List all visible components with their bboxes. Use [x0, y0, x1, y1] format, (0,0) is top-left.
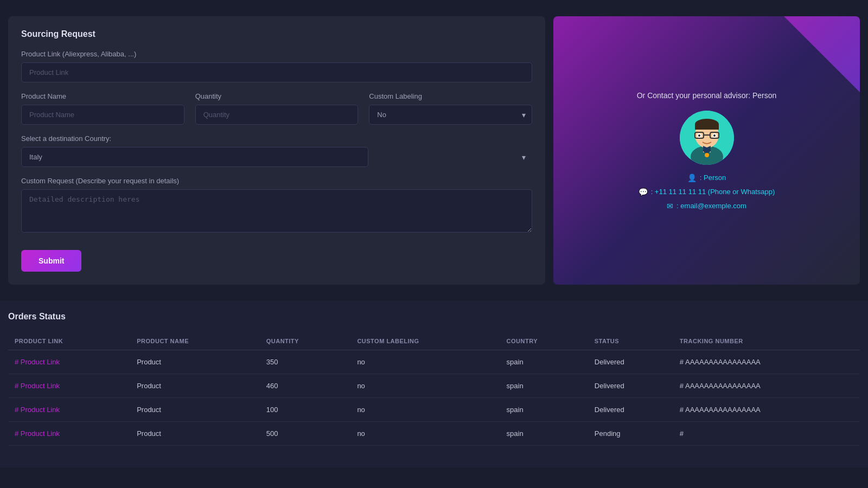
cell-tracking-2: # AAAAAAAAAAAAAAAA — [673, 398, 860, 422]
destination-country-label: Select a destination Country: — [21, 134, 532, 143]
cell-link-2: # Product Link — [8, 398, 130, 422]
destination-country-select-wrapper: Italy Spain France Germany USA — [21, 147, 532, 167]
cell-custom-labeling-3: no — [350, 422, 500, 446]
product-name-input[interactable] — [21, 105, 184, 125]
destination-country-select[interactable]: Italy Spain France Germany USA — [21, 147, 368, 167]
cell-link-3: # Product Link — [8, 422, 130, 446]
submit-button[interactable]: Submit — [21, 250, 81, 272]
col-product-name: PRODUCT NAME — [130, 332, 260, 350]
page-wrapper: Sourcing Request Product Link (Aliexpres… — [0, 0, 868, 467]
cell-product-name-3: Product — [130, 422, 260, 446]
cell-quantity-3: 500 — [260, 422, 351, 446]
custom-labeling-select-wrapper: No Yes — [369, 105, 532, 125]
advisor-name: : Person — [700, 174, 726, 182]
quantity-col: Quantity — [195, 92, 359, 125]
avatar-svg — [680, 111, 734, 165]
cell-product-name-2: Product — [130, 398, 260, 422]
svg-rect-5 — [695, 124, 719, 130]
sourcing-panel: Sourcing Request Product Link (Aliexpres… — [8, 16, 545, 285]
cell-product-name-1: Product — [130, 374, 260, 398]
orders-section: Orders Status PRODUCT LINK PRODUCT NAME … — [0, 301, 868, 467]
top-section: Sourcing Request Product Link (Aliexpres… — [0, 16, 868, 285]
table-row: # Product Link Product 100 no spain Deli… — [8, 398, 860, 422]
table-row: # Product Link Product 350 no spain Deli… — [8, 350, 860, 374]
cell-status-2: Delivered — [588, 398, 673, 422]
cell-custom-labeling-1: no — [350, 374, 500, 398]
cell-tracking-1: # AAAAAAAAAAAAAAAA — [673, 374, 860, 398]
cell-quantity-2: 100 — [260, 398, 351, 422]
cell-quantity-0: 350 — [260, 350, 351, 374]
col-quantity: QUANTITY — [260, 332, 351, 350]
custom-request-group: Custom Request (Describe your request in… — [21, 177, 532, 235]
col-country: COUNTRY — [500, 332, 588, 350]
cell-quantity-1: 460 — [260, 374, 351, 398]
col-status: STATUS — [588, 332, 673, 350]
svg-point-12 — [713, 134, 716, 137]
svg-point-11 — [698, 134, 700, 137]
advisor-email-item: ✉ : email@exemple.com — [667, 202, 746, 210]
cell-product-name-0: Product — [130, 350, 260, 374]
orders-title: Orders Status — [8, 312, 860, 322]
cell-country-2: spain — [500, 398, 588, 422]
svg-point-14 — [705, 153, 709, 157]
product-link-1[interactable]: # Product Link — [15, 382, 60, 390]
quantity-label: Quantity — [195, 92, 359, 100]
advisor-phone-item: 💬 : +11 11 11 11 11 (Phone or Whatsapp) — [639, 188, 775, 196]
cell-country-0: spain — [500, 350, 588, 374]
cell-country-3: spain — [500, 422, 588, 446]
col-product-link: PRODUCT LINK — [8, 332, 130, 350]
product-link-input[interactable] — [21, 62, 532, 82]
cell-link-1: # Product Link — [8, 374, 130, 398]
custom-request-textarea[interactable] — [21, 189, 532, 233]
person-icon: 👤 — [687, 174, 697, 182]
orders-table-body: # Product Link Product 350 no spain Deli… — [8, 350, 860, 446]
advisor-avatar — [680, 111, 734, 165]
col-tracking-number: TRACKING NUMBER — [673, 332, 860, 350]
custom-labeling-select[interactable]: No Yes — [369, 105, 532, 125]
col-custom-labeling: CUSTOM LABELING — [350, 332, 500, 350]
custom-request-label: Custom Request (Describe your request in… — [21, 177, 532, 185]
cell-custom-labeling-2: no — [350, 398, 500, 422]
cell-status-0: Delivered — [588, 350, 673, 374]
advisor-name-item: 👤 : Person — [687, 174, 726, 182]
orders-table-head: PRODUCT LINK PRODUCT NAME QUANTITY CUSTO… — [8, 332, 860, 350]
advisor-phone: : +11 11 11 11 11 (Phone or Whatsapp) — [651, 188, 775, 196]
advisor-title: Or Contact your personal advisor: Person — [637, 91, 777, 100]
table-row: # Product Link Product 460 no spain Deli… — [8, 374, 860, 398]
phone-icon: 💬 — [639, 188, 648, 196]
quantity-input[interactable] — [195, 105, 359, 125]
cell-status-1: Delivered — [588, 374, 673, 398]
cell-link-0: # Product Link — [8, 350, 130, 374]
custom-labeling-col: Custom Labeling No Yes — [369, 92, 532, 125]
product-name-label: Product Name — [21, 92, 184, 100]
sourcing-title: Sourcing Request — [21, 29, 532, 39]
custom-labeling-label: Custom Labeling — [369, 92, 532, 100]
destination-country-group: Select a destination Country: Italy Spai… — [21, 134, 532, 167]
orders-table: PRODUCT LINK PRODUCT NAME QUANTITY CUSTO… — [8, 332, 860, 446]
cell-custom-labeling-0: no — [350, 350, 500, 374]
table-row: # Product Link Product 500 no spain Pend… — [8, 422, 860, 446]
cell-tracking-3: # — [673, 422, 860, 446]
cell-country-1: spain — [500, 374, 588, 398]
product-link-label: Product Link (Aliexpress, Alibaba, ...) — [21, 50, 532, 58]
cell-status-3: Pending — [588, 422, 673, 446]
advisor-info: 👤 : Person 💬 : +11 11 11 11 11 (Phone or… — [639, 174, 775, 210]
product-link-2[interactable]: # Product Link — [15, 406, 60, 414]
cell-tracking-0: # AAAAAAAAAAAAAAAA — [673, 350, 860, 374]
product-link-0[interactable]: # Product Link — [15, 358, 60, 366]
advisor-panel: Or Contact your personal advisor: Person — [553, 16, 860, 285]
email-icon: ✉ — [667, 202, 673, 210]
product-link-3[interactable]: # Product Link — [15, 429, 60, 438]
product-row: Product Name Quantity Custom Labeling No… — [21, 92, 532, 125]
advisor-email: : email@exemple.com — [676, 202, 746, 210]
orders-table-header-row: PRODUCT LINK PRODUCT NAME QUANTITY CUSTO… — [8, 332, 860, 350]
product-name-col: Product Name — [21, 92, 184, 125]
product-link-group: Product Link (Aliexpress, Alibaba, ...) — [21, 50, 532, 82]
